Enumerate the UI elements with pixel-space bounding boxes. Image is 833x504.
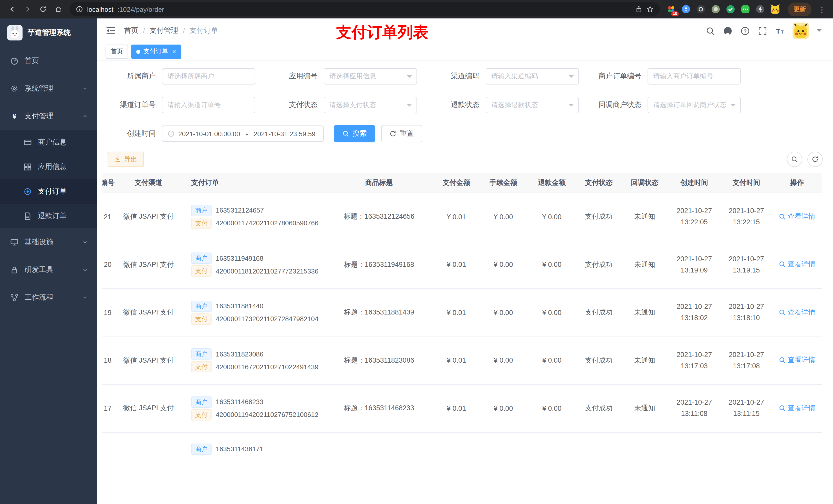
tab-pay-order[interactable]: 支付订单 × <box>131 44 181 58</box>
filter-label: 回调商户状态 <box>588 100 647 110</box>
pay-order-cell: 商户 1635311468233 支付 42000011942021102767… <box>179 384 324 432</box>
extension-icon[interactable] <box>711 4 721 14</box>
placeholder-text: 请输入渠道编码 <box>491 72 573 81</box>
browser-update-button[interactable]: 更新 <box>788 2 811 16</box>
merchant-order-no: 1635311823086 <box>216 350 263 358</box>
view-detail-link[interactable]: 查看详情 <box>779 212 815 221</box>
pay-badge: 支付 <box>191 218 212 229</box>
breadcrumb-section[interactable]: 支付管理 <box>149 26 178 35</box>
merchant-badge: 商户 <box>191 253 212 264</box>
extension-icon[interactable] <box>681 4 691 14</box>
lock-icon <box>10 266 19 274</box>
view-detail-link[interactable]: 查看详情 <box>779 404 815 413</box>
breadcrumb-home[interactable]: 首页 <box>124 26 138 35</box>
filter-input[interactable]: 请输入商户订单编号 <box>647 68 741 85</box>
app-logo[interactable]: 芋道管理系统 <box>0 19 97 47</box>
font-size-icon[interactable]: TT <box>775 26 785 35</box>
sidebar-item-workflow[interactable]: 工作流程 <box>0 284 97 311</box>
tags-view: 首页 支付订单 × <box>97 43 833 61</box>
search-icon[interactable] <box>706 26 715 35</box>
product-title-cell: 标题：1635311468233 <box>324 384 434 432</box>
breadcrumb-current: 支付订单 <box>190 26 218 35</box>
extension-icon[interactable] <box>740 4 751 14</box>
toggle-search-button[interactable] <box>787 152 802 167</box>
avatar-dropdown-caret[interactable] <box>817 29 822 34</box>
pay-order-no: 4200001174202110278060590766 <box>216 219 318 227</box>
user-avatar[interactable] <box>792 23 809 39</box>
date-start[interactable]: 2021-10-01 00:00:00 <box>178 130 240 138</box>
pay-status-cell: 支付成功 <box>576 289 621 337</box>
sidebar-item-dev-tools[interactable]: 研发工具 <box>0 256 97 284</box>
breadcrumb-separator: / <box>183 27 185 35</box>
merchant-badge: 商户 <box>191 301 212 312</box>
profile-avatar[interactable] <box>770 4 780 14</box>
date-end[interactable]: 2021-10-31 23:59:59 <box>254 130 315 138</box>
filter-input[interactable]: 请输入渠道编码 <box>486 68 579 85</box>
app-logo-image <box>7 25 23 41</box>
close-tab-icon[interactable]: × <box>172 48 176 55</box>
filter-input[interactable]: 请选择退款状态 <box>486 97 579 113</box>
date-range-input[interactable]: 2021-10-01 00:00:00 - 2021-10-31 23:59:5… <box>162 125 324 142</box>
github-icon[interactable] <box>723 26 733 35</box>
chevron-down-icon <box>82 239 88 245</box>
sidebar-item-refund-order[interactable]: 退款订单 <box>0 204 97 229</box>
extension-icon[interactable] <box>696 4 706 14</box>
filter-field: 支付状态 请选择支付状态 <box>264 96 426 114</box>
browser-back-button[interactable] <box>5 2 20 16</box>
product-title-cell: 标题：1635312124656 <box>324 193 434 241</box>
sidebar-item-infra[interactable]: 基础设施 <box>0 229 97 256</box>
sidebar-item-app-info[interactable]: 应用信息 <box>0 155 97 179</box>
site-info-icon[interactable] <box>76 6 83 13</box>
fee-amount-cell: ¥ 0.00 <box>479 193 527 241</box>
reset-button[interactable]: 重置 <box>381 125 422 142</box>
filter-input[interactable]: 请输入渠道订单号 <box>162 97 255 113</box>
share-icon[interactable] <box>635 6 642 13</box>
refund-amount-cell: ¥ 0.00 <box>528 384 576 432</box>
sidebar-item-merchant-info[interactable]: 商户信息 <box>0 130 97 155</box>
view-detail-link[interactable]: 查看详情 <box>779 356 815 365</box>
merchant-order-no: 1635311468233 <box>216 398 263 406</box>
create-time-cell: 2021-10-2713:19:09 <box>668 241 720 289</box>
filter-input[interactable]: 请选择所属商户 <box>162 68 255 85</box>
sidebar-item-home[interactable]: 首页 <box>0 47 97 75</box>
url-bar[interactable]: localhost:1024/pay/order <box>70 2 660 16</box>
extension-icon[interactable]: 10 <box>666 4 676 14</box>
fee-amount-cell: ¥ 0.00 <box>479 289 527 337</box>
refresh-table-button[interactable] <box>807 152 823 167</box>
extension-icon[interactable] <box>755 4 765 14</box>
sidebar-item-payment[interactable]: ¥ 支付管理 <box>0 102 97 130</box>
create-time-cell: 2021-10-2713:22:05 <box>668 193 720 241</box>
filter-label: 渠道订单号 <box>102 100 162 110</box>
collapse-sidebar-icon[interactable] <box>105 26 116 36</box>
tab-home[interactable]: 首页 <box>105 44 128 58</box>
notify-status-cell: 未通知 <box>621 193 668 241</box>
filter-input[interactable]: 请选择支付状态 <box>324 97 417 113</box>
extension-icon[interactable] <box>725 4 736 14</box>
browser-home-button[interactable] <box>51 2 66 16</box>
browser-menu-icon[interactable]: ⋮ <box>816 5 828 13</box>
pay-order-no: 4200001173202110272847982104 <box>216 315 318 323</box>
export-button[interactable]: 导出 <box>108 152 144 167</box>
table-row: 19 微信 JSAPI 支付 商户 1635311881440 支付 <box>102 289 822 337</box>
sidebar-item-system[interactable]: 系统管理 <box>0 75 97 102</box>
bookmark-star-icon[interactable] <box>646 6 654 13</box>
product-title-cell: 标题：1635311823086 <box>324 337 434 384</box>
orders-table: 编号 支付渠道 支付订单 商品标题 支付金额 手续金额 退款金额 支付状态 回调… <box>102 173 828 465</box>
url-text-host: localhost <box>87 5 114 13</box>
sidebar-item-pay-order[interactable]: 支付订单 <box>0 179 97 204</box>
merchant-badge: 商户 <box>191 443 212 455</box>
pay-amount-cell: ¥ 0.01 <box>434 241 479 289</box>
help-icon[interactable]: ? <box>740 26 750 35</box>
view-detail-link[interactable]: 查看详情 <box>779 308 815 317</box>
browser-reload-button[interactable] <box>36 2 50 16</box>
gear-icon <box>10 85 19 93</box>
actions-cell: 查看详情 <box>772 337 822 384</box>
view-detail-link[interactable]: 查看详情 <box>779 260 815 269</box>
order-id-cell: 20 <box>102 241 118 289</box>
filter-field-date: 创建时间 2021-10-01 00:00:00 - 2021-10-31 23… <box>102 125 828 142</box>
search-button[interactable]: 搜索 <box>334 125 375 142</box>
fullscreen-icon[interactable] <box>758 26 767 35</box>
filter-input[interactable]: 请选择订单回调商户状态 <box>647 97 741 113</box>
filter-input[interactable]: 请选择应用信息 <box>324 68 417 85</box>
browser-forward-button[interactable] <box>21 2 35 16</box>
